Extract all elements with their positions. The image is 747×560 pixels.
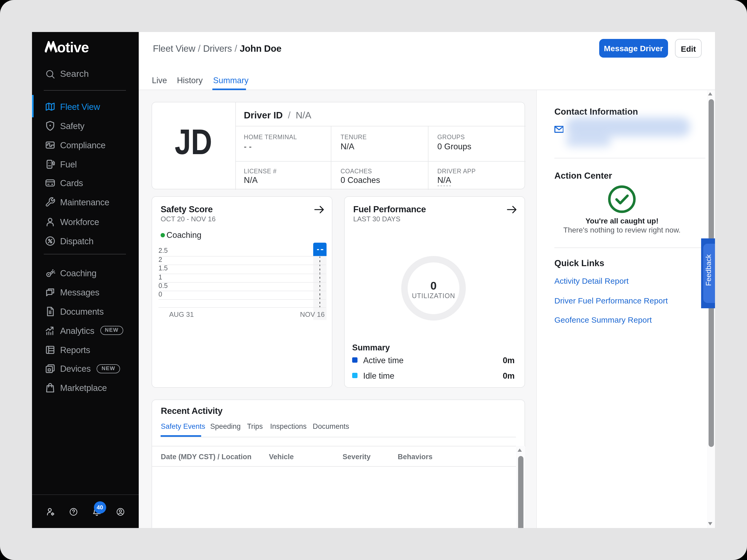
svg-text:otive: otive	[57, 41, 88, 54]
